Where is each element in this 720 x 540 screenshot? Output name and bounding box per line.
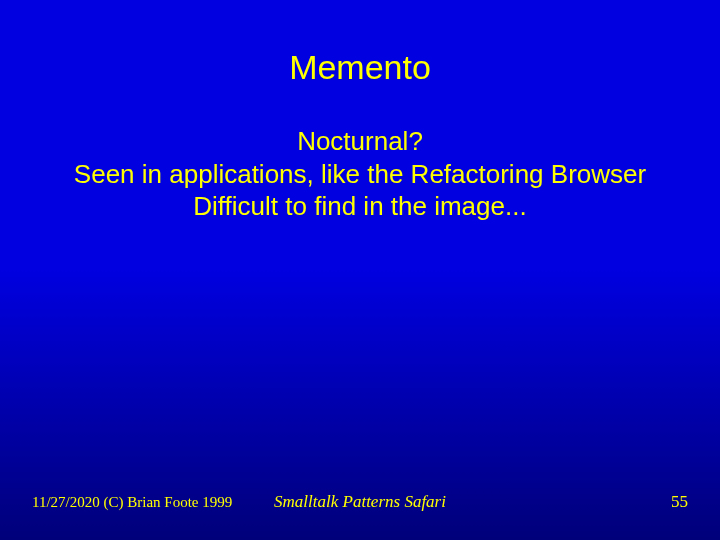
body-line-1: Nocturnal?	[60, 125, 660, 158]
slide-number: 55	[671, 492, 688, 512]
body-line-2: Seen in applications, like the Refactori…	[60, 158, 660, 191]
slide-title: Memento	[0, 0, 720, 87]
body-line-3: Difficult to find in the image...	[60, 190, 660, 223]
footer-title: Smalltalk Patterns Safari	[274, 492, 446, 512]
slide-footer: 11/27/2020 (C) Brian Foote 1999 Smalltal…	[0, 492, 720, 512]
slide-body: Nocturnal? Seen in applications, like th…	[0, 125, 720, 223]
footer-date-copyright: 11/27/2020 (C) Brian Foote 1999	[32, 494, 232, 511]
